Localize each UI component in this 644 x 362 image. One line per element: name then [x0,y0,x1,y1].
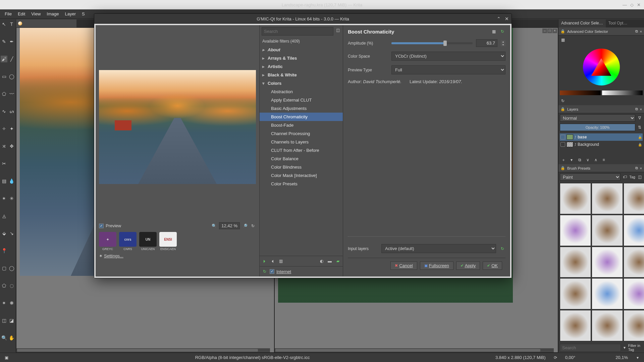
brush-preset[interactable] [592,278,623,309]
opacity-slider[interactable]: Opacity: 100% [560,124,635,131]
expand-all-icon[interactable]: ▬ [327,258,333,264]
preview-checkbox[interactable]: ✓ [99,224,104,228]
measure-tool-icon[interactable] [8,213,15,219]
close-panel-icon[interactable]: × [640,166,642,170]
reset-params-icon[interactable]: ↻ [499,28,505,35]
float-icon[interactable]: ⧉ [635,29,638,34]
chevron-down-icon[interactable]: ▾ [622,345,627,351]
menu-file[interactable]: File [2,10,14,17]
zoom-out-icon[interactable]: 🔍 [211,223,217,229]
layer-lock-icon[interactable]: 🔒 [638,143,642,146]
brush-preset[interactable] [624,247,644,278]
preview-zoom-value[interactable]: 12,42 % [219,222,240,229]
close-panel-icon[interactable]: × [640,29,642,34]
lock-icon[interactable]: 🔒 [560,107,565,111]
assistant-tool-icon[interactable]: ◬ [1,213,7,219]
tab-tool-options[interactable]: Tool Opt… [606,19,630,27]
preview-image[interactable] [99,28,256,220]
brush-preset[interactable] [592,183,623,214]
tree-filter-item[interactable]: Channels to Layers [260,138,343,146]
layer-lock-icon[interactable]: 🔒 [638,135,642,139]
polyline-tool-icon[interactable]: 〰 [8,90,15,97]
gradient-tool-icon[interactable]: ▤ [1,178,7,184]
brush-preset[interactable] [624,278,644,309]
amplitude-slider[interactable] [391,42,473,44]
ok-button[interactable]: ✔OK [483,261,502,270]
smart-fill-tool-icon[interactable]: ✳ [8,195,15,202]
brush-preset[interactable] [624,183,644,214]
dialog-titlebar[interactable]: G'MIC-Qt for Krita - Linux 64 bits - 3.0… [94,14,512,24]
maximize-icon[interactable]: ◇ [630,2,634,7]
fullscreen-button[interactable]: ▣Fullscreen [420,261,453,270]
ref-erase-tool-icon[interactable]: ↘ [8,230,15,237]
layer-inherit-icon[interactable]: ⤴ [575,143,576,146]
tag-label[interactable]: Tag [629,175,635,179]
remove-fav-icon[interactable]: ⏴ [270,258,276,264]
brush-preset[interactable] [560,247,591,278]
move-up-icon[interactable]: ∧ [593,157,599,163]
pane-close-icon[interactable]: × [552,28,557,33]
clear-search-icon[interactable]: ◫ [335,27,341,33]
rect-select-tool-icon[interactable]: ▢ [1,265,7,272]
layer-name-input[interactable] [578,135,637,139]
lock-icon[interactable]: 🔒 [560,166,565,170]
layer-settings-icon[interactable]: ≡ [601,157,607,163]
internet-checkbox[interactable]: ✓ [270,269,274,274]
ellipse-select-tool-icon[interactable]: ◯ [8,265,15,272]
polygon-select-tool-icon[interactable]: ⬠ [1,282,7,289]
scrollbar-horizontal[interactable] [275,348,554,352]
collapse-all-icon[interactable]: ▰ [335,258,341,264]
menu-edit[interactable]: Edit [15,10,28,17]
document-tab[interactable] [16,19,76,27]
minimize-icon[interactable]: — [623,2,627,7]
multi-brush-tool-icon[interactable]: ✦ [8,125,15,132]
tree-filter-item[interactable]: Basic Adjustments [260,104,343,113]
brush-preset[interactable] [560,183,591,214]
tree-filter-item[interactable]: Color Mask [Interactive] [260,171,343,180]
tree-category-arrays[interactable]: Arrays & Tiles [260,54,343,62]
contiguous-select-tool-icon[interactable]: ✶ [1,300,7,306]
opacity-stepper-icon[interactable]: ⇅ [637,124,643,130]
filter-layers-icon[interactable]: ∇ [637,115,643,121]
ref-image-tool-icon[interactable]: ⬙ [1,230,7,237]
tree-filter-item[interactable]: Boost-Fade [260,121,343,129]
scrollbar-horizontal[interactable] [16,348,270,352]
bezier-select-tool-icon[interactable]: ◫ [1,317,7,324]
spin-up-icon[interactable]: ▴ [501,40,505,43]
freehand-path-tool-icon[interactable]: ᔕ [8,108,15,115]
tree-category-artistic[interactable]: Artistic [260,62,343,71]
shade-slider-1[interactable] [560,90,601,95]
polygon-tool-icon[interactable]: ⬠ [1,90,7,97]
zoom-tool-icon[interactable]: 🔍 [1,335,7,341]
zoom-in-icon[interactable]: 🔎 [242,223,248,229]
selection-mode-icon[interactable]: ▣ [3,355,9,361]
filter-tree[interactable]: About Arrays & Tiles Artistic Black & Wh… [260,45,343,256]
tree-filter-item[interactable]: CLUT from After - Before [260,146,343,155]
brush-preset[interactable] [560,310,591,341]
add-fav-icon[interactable]: ⏵ [262,258,268,264]
rect-tool-icon[interactable]: ▭ [1,73,7,80]
float-icon[interactable]: ⧉ [635,107,638,111]
brush-preset[interactable] [560,215,591,246]
color-picker-tool-icon[interactable]: 💧 [8,178,15,184]
brush-tag-select[interactable]: Paint [560,173,621,181]
brush-tool-icon[interactable]: 🖌 [1,56,7,62]
brush-preset[interactable] [624,215,644,246]
tree-category-colors[interactable]: Colors [260,79,343,87]
color-config-icon[interactable]: ▦ [560,37,566,43]
move-tool-icon[interactable]: ↖ [1,21,7,27]
close-panel-icon[interactable]: × [640,107,642,111]
menu-more[interactable]: S [79,10,88,17]
cancel-button[interactable]: ✖Cancel [390,261,417,270]
tree-filter-item[interactable]: Color Presets [260,180,343,188]
close-icon[interactable]: ✕ [505,16,509,21]
tree-filter-item[interactable]: Channel Processing [260,129,343,138]
angle-icon[interactable]: ⟳ [552,355,558,361]
ellipse-tool-icon[interactable]: ◯ [8,73,15,80]
tab-color-selector[interactable]: Advanced Color Sele… [558,19,606,27]
collapse-icon[interactable]: ⌃ [497,16,501,21]
brush-preset[interactable] [592,310,623,341]
spin-down-icon[interactable]: ▾ [501,43,505,46]
colorspace-select[interactable]: YCbCr (Distinct) [391,52,505,61]
refresh-icon[interactable]: ↻ [250,223,256,229]
